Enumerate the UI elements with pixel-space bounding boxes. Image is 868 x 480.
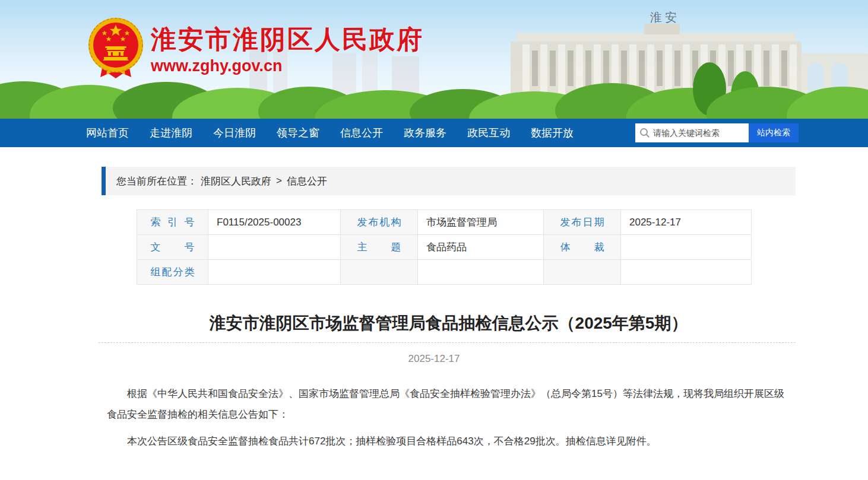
meta-row: 索引号 F0115/2025-00023 发布机构 市场监督管理局 发布日期 2…: [137, 210, 752, 235]
search-button[interactable]: 站内检索: [749, 123, 799, 142]
nav-item-open-data[interactable]: 数据开放: [531, 126, 574, 140]
meta-value-cell: [621, 260, 752, 285]
breadcrumb-separator: >: [276, 175, 282, 187]
page: 淮 安: [0, 0, 868, 480]
header-banner: 淮 安: [0, 0, 868, 119]
meta-value-cell: 2025-12-17: [621, 210, 752, 235]
meta-label-cell: [341, 260, 418, 285]
meta-value-cell: 市场监督管理局: [418, 210, 544, 235]
meta-label-cell: 发布机构: [341, 210, 418, 235]
breadcrumb-current-link[interactable]: 信息公开: [287, 174, 327, 188]
meta-row: 组配分类: [137, 260, 752, 285]
meta-label-cell: [544, 260, 621, 285]
meta-value-cell: [208, 260, 341, 285]
meta-value-cell: F0115/2025-00023: [208, 210, 341, 235]
meta-row: 文号 主题 食品药品 体裁: [137, 235, 752, 260]
main-navigation: 网站首页 走进淮阴 今日淮阴 领导之窗 信息公开 政务服务 政民互动 数据开放 …: [0, 119, 868, 147]
search-box: [635, 123, 749, 142]
nav-item-about[interactable]: 走进淮阴: [150, 126, 192, 140]
nav-item-home[interactable]: 网站首页: [86, 126, 129, 140]
government-emblem-logo[interactable]: [85, 15, 147, 80]
site-identity: 淮安市淮阴区人民政府 www.zghy.gov.cn: [151, 24, 424, 75]
meta-label-cell: 体裁: [544, 235, 621, 260]
site-title: 淮安市淮阴区人民政府: [151, 24, 424, 56]
document-meta-table: 索引号 F0115/2025-00023 发布机构 市场监督管理局 发布日期 2…: [137, 209, 752, 285]
article-date: 2025-12-17: [0, 353, 868, 365]
nav-item-interaction[interactable]: 政民互动: [467, 126, 510, 140]
nav-item-info-disclosure[interactable]: 信息公开: [340, 126, 383, 140]
site-search: 站内检索: [635, 123, 799, 142]
breadcrumb-home-link[interactable]: 淮阴区人民政府: [201, 174, 271, 188]
breadcrumb: 您当前所在位置： 淮阴区人民政府 > 信息公开: [102, 167, 796, 195]
article-paragraph: 本次公告区级食品安全监督抽检食品共计672批次；抽样检验项目合格样品643次，不…: [107, 431, 791, 452]
search-input[interactable]: [635, 123, 749, 142]
article-title: 淮安市淮阴区市场监督管理局食品抽检信息公示（2025年第5期）: [102, 312, 796, 335]
meta-label-cell: 索引号: [137, 210, 208, 235]
nav-items: 网站首页 走进淮阴 今日淮阴 领导之窗 信息公开 政务服务 政民互动 数据开放: [86, 126, 574, 140]
article-paragraph: 根据《中华人民共和国食品安全法》、国家市场监督管理总局《食品安全抽样检验管理办法…: [107, 384, 791, 425]
search-icon: [639, 128, 650, 138]
nav-item-leaders[interactable]: 领导之窗: [277, 126, 319, 140]
svg-text:淮 安: 淮 安: [650, 11, 677, 24]
site-url: www.zghy.gov.cn: [151, 57, 424, 75]
meta-value-cell: [208, 235, 341, 260]
breadcrumb-prefix: 您当前所在位置：: [116, 174, 197, 188]
meta-label-cell: 主题: [341, 235, 418, 260]
nav-item-services[interactable]: 政务服务: [404, 126, 446, 140]
meta-value-cell: [418, 260, 544, 285]
article-body: 根据《中华人民共和国食品安全法》、国家市场监督管理总局《食品安全抽样检验管理办法…: [107, 384, 791, 452]
meta-label-cell: 发布日期: [544, 210, 621, 235]
meta-value-cell: 食品药品: [418, 235, 544, 260]
title-divider: [99, 342, 796, 343]
nav-item-today[interactable]: 今日淮阴: [213, 126, 256, 140]
meta-value-cell: [621, 235, 752, 260]
meta-label-cell: 文号: [137, 235, 208, 260]
meta-label-cell: 组配分类: [137, 260, 208, 285]
national-emblem-icon: [85, 15, 147, 80]
